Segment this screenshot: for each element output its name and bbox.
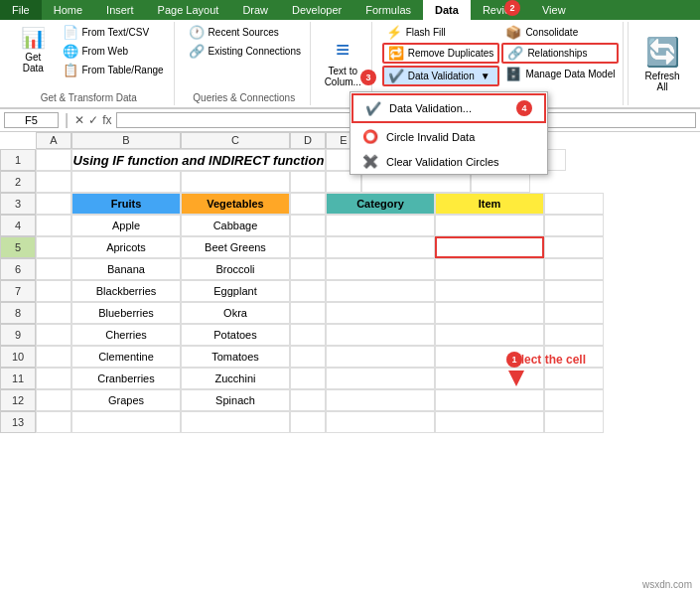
tab-page-layout[interactable]: Page Layout — [146, 0, 231, 20]
cell-b4-apple[interactable]: Apple — [71, 215, 181, 236]
cell-b11[interactable]: Cranberries — [71, 368, 181, 389]
cell-a8[interactable] — [36, 302, 71, 324]
relationships-button[interactable]: 🔗 Relationships — [501, 43, 619, 64]
cell-c3-veg[interactable]: Vegetables — [181, 193, 290, 215]
cell-c2[interactable] — [181, 171, 290, 193]
cell-g9[interactable] — [544, 324, 604, 346]
cell-d7[interactable] — [290, 280, 326, 302]
flash-fill-button[interactable]: ⚡ Flash Fill — [382, 24, 500, 41]
tab-draw[interactable]: Draw — [230, 0, 280, 20]
tab-file[interactable]: File — [0, 0, 42, 20]
consolidate-button[interactable]: 📦 Consolidate — [501, 24, 619, 41]
cell-e12[interactable] — [326, 389, 435, 411]
cell-e13[interactable] — [326, 411, 435, 433]
clear-validation-menu-item[interactable]: ✖️ Clear Validation Circles — [350, 149, 547, 174]
tab-developer[interactable]: Developer — [280, 0, 353, 20]
cell-a13[interactable] — [36, 411, 71, 433]
cell-g4[interactable] — [544, 215, 604, 236]
cell-g3[interactable] — [544, 193, 604, 215]
cell-d3[interactable] — [290, 193, 326, 215]
cell-b6[interactable]: Banana — [71, 258, 181, 280]
cell-g5[interactable] — [544, 236, 604, 258]
cell-a4[interactable] — [36, 215, 71, 236]
tab-home[interactable]: Home — [42, 0, 94, 20]
cell-d2[interactable] — [290, 171, 326, 193]
cell-f4[interactable] — [435, 215, 544, 236]
cell-a7[interactable] — [36, 280, 71, 302]
cell-b13[interactable] — [71, 411, 181, 433]
cell-d5[interactable] — [290, 236, 326, 258]
cell-f3-item[interactable]: Item — [435, 193, 544, 215]
cell-b2[interactable] — [71, 171, 181, 193]
cell-d6[interactable] — [290, 258, 326, 280]
tab-insert[interactable]: Insert — [94, 0, 146, 20]
cell-f13[interactable] — [435, 411, 544, 433]
cell-c8[interactable]: Okra — [181, 302, 290, 324]
cell-e7[interactable] — [326, 280, 435, 302]
cell-c4-cabbage[interactable]: Cabbage — [181, 215, 290, 236]
cell-b7[interactable]: Blackberries — [71, 280, 181, 302]
existing-connections-button[interactable]: 🔗 Existing Connections — [185, 43, 305, 60]
cell-b3-fruits[interactable]: Fruits — [71, 193, 181, 215]
data-validation-menu-item[interactable]: ✔️ Data Validation... 4 — [351, 93, 546, 123]
cell-b12[interactable]: Grapes — [71, 389, 181, 411]
cell-d11[interactable] — [290, 368, 326, 389]
cell-f7[interactable] — [435, 280, 544, 302]
cell-c6[interactable]: Broccoli — [181, 258, 290, 280]
cell-f12[interactable] — [435, 389, 544, 411]
cell-f6[interactable] — [435, 258, 544, 280]
get-data-button[interactable]: 📊 Get Data — [10, 24, 57, 75]
text-to-columns-button[interactable]: ≡ Text toColum... — [321, 34, 365, 89]
cell-f5-selected[interactable] — [435, 236, 544, 258]
cell-f9[interactable] — [435, 324, 544, 346]
from-web-button[interactable]: 🌐 From Web — [59, 43, 168, 60]
cell-a5[interactable] — [36, 236, 71, 258]
tab-review[interactable]: Review — [471, 0, 530, 20]
manage-data-model-button[interactable]: 🗄️ Manage Data Model — [501, 66, 619, 82]
cell-b10[interactable]: Clementine — [71, 346, 181, 368]
cell-a10[interactable] — [36, 346, 71, 368]
cell-a12[interactable] — [36, 389, 71, 411]
cell-g8[interactable] — [544, 302, 604, 324]
tab-view[interactable]: View — [530, 0, 578, 20]
recent-sources-button[interactable]: 🕐 Recent Sources — [185, 24, 305, 41]
cell-a1[interactable] — [36, 149, 71, 171]
data-validation-button[interactable]: ✔️ Data Validation ▼ — [382, 66, 500, 86]
cell-a3[interactable] — [36, 193, 71, 215]
cell-reference-input[interactable] — [4, 112, 59, 128]
cell-e11[interactable] — [326, 368, 435, 389]
tab-formulas[interactable]: Formulas — [353, 0, 423, 20]
cell-e5[interactable] — [326, 236, 435, 258]
refresh-all-button[interactable]: 🔄 Refresh All — [634, 34, 690, 94]
cell-d10[interactable] — [290, 346, 326, 368]
cancel-formula-icon[interactable]: ✕ — [74, 113, 84, 127]
cell-g6[interactable] — [544, 258, 604, 280]
cell-d4[interactable] — [290, 215, 326, 236]
confirm-formula-icon[interactable]: ✓ — [88, 113, 98, 127]
cell-a2[interactable] — [36, 171, 71, 193]
cell-g12[interactable] — [544, 389, 604, 411]
cell-g13[interactable] — [544, 411, 604, 433]
cell-b8[interactable]: Blueberries — [71, 302, 181, 324]
cell-b9-cherries[interactable]: Cherries — [71, 324, 181, 346]
tab-data[interactable]: Data — [423, 0, 471, 20]
cell-c5-beet[interactable]: Beet Greens — [181, 236, 290, 258]
cell-e8[interactable] — [326, 302, 435, 324]
cell-d9[interactable] — [290, 324, 326, 346]
cell-e6[interactable] — [326, 258, 435, 280]
remove-duplicates-button[interactable]: 🔁 Remove Duplicates — [382, 43, 500, 64]
cell-c12[interactable]: Spinach — [181, 389, 290, 411]
cell-d12[interactable] — [290, 389, 326, 411]
cell-e9[interactable] — [326, 324, 435, 346]
cell-f8[interactable] — [435, 302, 544, 324]
cell-d13[interactable] — [290, 411, 326, 433]
cell-e4[interactable] — [326, 215, 435, 236]
cell-c13[interactable] — [181, 411, 290, 433]
cell-a11[interactable] — [36, 368, 71, 389]
insert-function-icon[interactable]: fx — [102, 113, 111, 127]
from-text-csv-button[interactable]: 📄 From Text/CSV — [59, 24, 168, 41]
cell-d8[interactable] — [290, 302, 326, 324]
cell-g7[interactable] — [544, 280, 604, 302]
cell-c7[interactable]: Eggplant — [181, 280, 290, 302]
cell-a9[interactable] — [36, 324, 71, 346]
